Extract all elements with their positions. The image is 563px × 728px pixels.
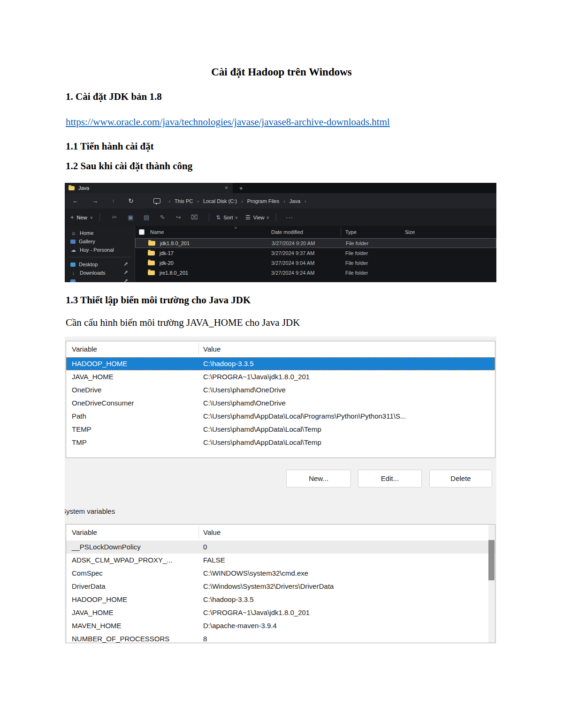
variable-name: HADOOP_HOME [72,357,127,370]
paste-icon[interactable]: ▤ [138,214,154,221]
file-name: jdk-20 [160,260,174,266]
file-list-header: Name ^ Date modified Type Size [135,226,496,238]
variable-row-java-home-sys[interactable]: JAVA_HOME C:\PROGRA~1\Java\jdk1.8.0_201 [66,606,495,619]
plus-icon: + [70,214,74,221]
breadcrumb-local-disk[interactable]: Local Disk (C:) [203,198,237,204]
pin-icon [124,263,127,266]
more-options-icon[interactable]: ··· [286,214,293,221]
sidebar-item-onedrive[interactable]: ☁ Huy - Personal [65,246,135,254]
sidebar-item-desktop[interactable]: Desktop [65,260,135,269]
back-icon[interactable]: ← [72,197,78,204]
new-variable-button[interactable]: New... [286,470,351,488]
chevron-down-icon: ∨ [90,215,93,220]
edit-variable-button[interactable]: Edit... [358,470,422,488]
chevron-down-icon: ∨ [266,215,269,220]
sidebar-item-home[interactable]: ⌂ Home [65,229,135,237]
sidebar-item-label: Gallery [79,239,95,244]
explorer-sidebar: ⌂ Home Gallery ☁ Huy - Personal Desktop [65,226,135,282]
chevron-right-icon: › [197,198,199,204]
pin-icon [124,280,127,282]
file-name: jdk-17 [160,250,174,256]
column-header-type[interactable]: Type [345,229,357,235]
file-name: jdk1.8.0_201 [160,240,190,246]
variable-value: C:\hadoop-3.3.5 [203,593,491,606]
variable-value: 8 [203,632,491,643]
file-type: File folder [345,270,368,276]
scrollbar-thumb[interactable] [488,540,495,580]
chevron-right-icon: › [168,198,170,204]
sort-icon: ⇅ [216,214,221,221]
system-variables-table: Variable Value __PSLockDownPolicy 0 ADSK… [66,524,495,643]
column-header-size[interactable]: Size [405,229,415,235]
oracle-download-link[interactable]: https://www.oracle.com/java/technologies… [66,116,390,128]
variable-row-tmp[interactable]: TMP C:\Users\phamd\AppData\Local\Temp [66,436,495,449]
variable-row-temp[interactable]: TEMP C:\Users\phamd\AppData\Local\Temp [66,423,495,436]
variable-value: C:\PROGRA~1\Java\jdk1.8.0_201 [203,370,491,383]
variable-name: OneDriveConsumer [72,397,134,410]
folder-icon [148,261,155,265]
variable-row-pslockdownpolicy[interactable]: __PSLockDownPolicy 0 [66,540,495,554]
breadcrumb-this-pc[interactable]: This PC [175,198,193,204]
view-icon: ☰ [245,214,251,221]
sidebar-divider [68,257,131,257]
file-row-jdk1-8-0-201[interactable]: jdk1.8.0_201 3/27/2024 9:20 AM File fold… [135,238,496,248]
refresh-icon[interactable]: ↻ [129,197,134,204]
variable-row-hadoop-home[interactable]: HADOOP_HOME C:\hadoop-3.3.5 [66,357,495,370]
sidebar-item-gallery[interactable]: Gallery [65,237,135,246]
delete-icon[interactable]: ⌧ [186,214,202,221]
breadcrumb-java[interactable]: Java [289,198,300,204]
variable-row-adsk-proxy[interactable]: ADSK_CLM_WPAD_PROXY_... FALSE [66,554,495,567]
up-icon[interactable]: ↑ [112,197,115,204]
file-name: jre1.8.0_201 [160,270,188,276]
column-header-date-modified[interactable]: Date modified [271,229,303,235]
user-variables-table: Variable Value HADOOP_HOME C:\hadoop-3.3… [66,341,495,458]
file-row-jdk-20[interactable]: jdk-20 3/27/2024 9:04 AM File folder [135,258,496,268]
folder-icon [68,186,75,190]
copy-icon[interactable]: ▣ [122,214,138,221]
delete-variable-button[interactable]: Delete [429,470,492,488]
explorer-tab-java[interactable]: Java × [65,183,233,193]
variable-name: JAVA_HOME [72,606,114,619]
variable-row-number-of-processors[interactable]: NUMBER_OF_PROCESSORS 8 [66,632,495,643]
file-row-jre1-8-0-201[interactable]: jre1.8.0_201 3/27/2024 9:24 AM File fold… [135,268,496,278]
variable-row-onedrive[interactable]: OneDrive C:\Users\phamd\OneDrive [66,383,495,397]
variable-value: C:\Users\phamd\OneDrive [203,383,491,397]
heading-1: 1. Cài đặt JDK bản 1.8 [66,91,162,103]
breadcrumb-program-files[interactable]: Program Files [247,198,279,204]
sort-button[interactable]: Sort [223,215,233,220]
chevron-right-icon: › [241,198,243,204]
sidebar-item-downloads[interactable]: ↓ Downloads [65,269,135,277]
variable-value: 0 [203,540,491,554]
variable-value: C:\WINDOWS\system32\cmd.exe [203,567,491,580]
system-variables-label: System variables [65,507,115,515]
variable-name: ComSpec [72,567,103,580]
variable-row-path[interactable]: Path C:\Users\phamd\AppData\Local\Progra… [66,410,495,423]
variable-row-java-home[interactable]: JAVA_HOME C:\PROGRA~1\Java\jdk1.8.0_201 [66,370,495,383]
explorer-tab-bar: Java × + [65,183,496,193]
view-button[interactable]: View [253,215,265,220]
select-all-checkbox[interactable] [139,229,145,235]
table-header: Variable Value [66,341,495,357]
heading-1-3: 1.3 Thiết lập biến môi trường cho Java J… [66,294,251,306]
cut-icon[interactable]: ✂ [107,214,122,221]
variable-row-driverdata[interactable]: DriverData C:\Windows\System32\Drivers\D… [66,580,495,593]
file-row-jdk-17[interactable]: jdk-17 3/27/2024 9:37 AM File folder [135,248,496,258]
variable-row-maven-home[interactable]: MAVEN_HOME D:\apache-maven-3.9.4 [66,619,495,632]
sidebar-item-partial[interactable] [65,277,135,282]
environment-variables-screenshot: Variable Value HADOOP_HOME C:\hadoop-3.3… [65,337,496,643]
column-header-name[interactable]: Name [150,229,164,235]
toolbar-divider [276,213,276,222]
variable-row-hadoop-home-sys[interactable]: HADOOP_HOME C:\hadoop-3.3.5 [66,593,495,606]
new-button[interactable]: + New ∨ [70,214,93,221]
forward-icon[interactable]: → [92,197,98,204]
rename-icon[interactable]: ✎ [154,214,170,221]
variable-row-comspec[interactable]: ComSpec C:\WINDOWS\system32\cmd.exe [66,567,495,580]
close-tab-icon[interactable]: × [225,185,228,191]
variable-row-onedriveconsumer[interactable]: OneDriveConsumer C:\Users\phamd\OneDrive [66,397,495,410]
new-tab-icon[interactable]: + [239,185,243,192]
chevron-right-icon: › [304,198,306,204]
file-type: File folder [346,240,368,246]
this-pc-icon [153,198,160,203]
share-icon[interactable]: ↪ [170,214,186,221]
scrollbar[interactable] [488,525,495,643]
